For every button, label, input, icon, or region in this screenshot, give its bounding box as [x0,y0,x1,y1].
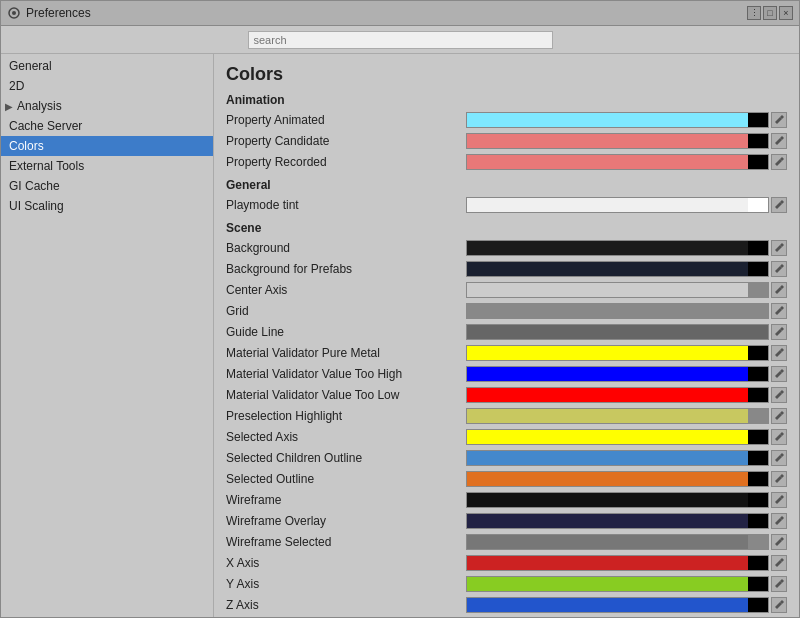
color-edit-button[interactable] [771,303,787,319]
sidebar-item-cache-server[interactable]: Cache Server [1,116,213,136]
color-inner [467,198,748,212]
color-inner [467,409,748,423]
color-edit-button[interactable] [771,282,787,298]
color-swatch-container [466,576,787,592]
sidebar-item-2d[interactable]: 2D [1,76,213,96]
color-swatch-container [466,408,787,424]
color-inner [467,430,748,444]
color-alpha [748,325,768,339]
color-swatch-container [466,471,787,487]
color-swatch[interactable] [466,534,769,550]
color-edit-button[interactable] [771,324,787,340]
color-swatch[interactable] [466,408,769,424]
sidebar-item-analysis[interactable]: ▶Analysis [1,96,213,116]
color-swatch[interactable] [466,576,769,592]
sidebar-item-label: Cache Server [9,119,82,133]
color-row: Property Animated [226,110,787,130]
color-swatch-container [466,345,787,361]
color-inner [467,367,748,381]
color-swatch[interactable] [466,112,769,128]
color-swatch-container [466,597,787,613]
color-edit-button[interactable] [771,240,787,256]
sidebar-item-ui-scaling[interactable]: UI Scaling [1,196,213,216]
color-edit-button[interactable] [771,555,787,571]
color-row: Wireframe [226,490,787,510]
color-swatch[interactable] [466,324,769,340]
color-swatch[interactable] [466,261,769,277]
color-inner [467,472,748,486]
color-edit-button[interactable] [771,471,787,487]
color-edit-button[interactable] [771,597,787,613]
color-inner [467,493,748,507]
color-row: Background [226,238,787,258]
color-swatch-container [466,450,787,466]
sidebar-item-colors[interactable]: Colors [1,136,213,156]
color-edit-button[interactable] [771,112,787,128]
color-edit-button[interactable] [771,429,787,445]
color-inner [467,134,748,148]
section-header-scene: Scene [226,221,787,235]
color-edit-button[interactable] [771,408,787,424]
color-swatch[interactable] [466,197,769,213]
color-edit-button[interactable] [771,534,787,550]
window-title: Preferences [26,6,91,20]
maximize-button[interactable]: □ [763,6,777,20]
sidebar-item-external-tools[interactable]: External Tools [1,156,213,176]
color-swatch[interactable] [466,492,769,508]
color-swatch-container [466,133,787,149]
color-label: Selected Outline [226,472,466,486]
color-alpha [748,346,768,360]
color-edit-button[interactable] [771,576,787,592]
color-alpha [748,155,768,169]
color-label: Z Axis [226,598,466,612]
color-inner [467,556,748,570]
color-swatch-container [466,261,787,277]
color-inner [467,155,748,169]
color-alpha [748,535,768,549]
color-alpha [748,113,768,127]
color-edit-button[interactable] [771,450,787,466]
color-swatch[interactable] [466,555,769,571]
color-swatch[interactable] [466,133,769,149]
color-swatch[interactable] [466,366,769,382]
titlebar-controls: ⋮ □ × [747,6,793,20]
color-edit-button[interactable] [771,366,787,382]
sidebar-item-label: UI Scaling [9,199,64,213]
color-edit-button[interactable] [771,261,787,277]
search-input[interactable] [248,31,553,49]
color-edit-button[interactable] [771,345,787,361]
color-edit-button[interactable] [771,492,787,508]
sidebar: General2D▶AnalysisCache ServerColorsExte… [1,54,214,617]
color-inner [467,262,748,276]
color-swatch[interactable] [466,513,769,529]
color-swatch[interactable] [466,450,769,466]
color-swatch[interactable] [466,282,769,298]
color-alpha [748,451,768,465]
color-edit-button[interactable] [771,387,787,403]
section-header-general: General [226,178,787,192]
color-swatch[interactable] [466,154,769,170]
minimize-button[interactable]: ⋮ [747,6,761,20]
color-edit-button[interactable] [771,197,787,213]
color-swatch[interactable] [466,240,769,256]
color-swatch[interactable] [466,471,769,487]
color-alpha [748,472,768,486]
color-edit-button[interactable] [771,133,787,149]
color-swatch-container [466,492,787,508]
sidebar-item-gi-cache[interactable]: GI Cache [1,176,213,196]
color-edit-button[interactable] [771,513,787,529]
color-row: Guide Line [226,322,787,342]
color-swatch[interactable] [466,429,769,445]
color-swatch[interactable] [466,387,769,403]
color-inner [467,388,748,402]
color-swatch[interactable] [466,303,769,319]
color-swatch[interactable] [466,345,769,361]
color-row: X Axis [226,553,787,573]
color-edit-button[interactable] [771,154,787,170]
color-swatch-container [466,555,787,571]
color-swatch[interactable] [466,597,769,613]
page-title: Colors [226,64,787,85]
sidebar-item-general[interactable]: General [1,56,213,76]
color-row: Y Axis [226,574,787,594]
close-button[interactable]: × [779,6,793,20]
